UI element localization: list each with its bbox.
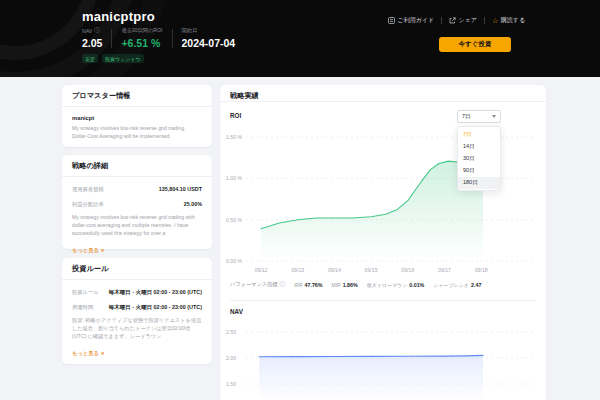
divider bbox=[484, 17, 485, 24]
range-option[interactable]: 90日 bbox=[458, 165, 500, 177]
detail-row-label: 運用資産規模 bbox=[72, 185, 104, 194]
star-icon: ☆ bbox=[492, 18, 498, 24]
share-link-label: シェア bbox=[459, 16, 477, 25]
svg-text:0.00 %: 0.00 % bbox=[226, 258, 243, 264]
svg-text:09/17: 09/17 bbox=[438, 267, 451, 273]
nav-chart: 1.502.002.50 bbox=[226, 322, 544, 400]
rule-row-redemption: 償還時間 毎木曜日・火曜日 02:00 - 23:00 (UTC) bbox=[62, 300, 212, 316]
range-menu: 7日14日30日90日180日 bbox=[457, 126, 501, 191]
chevron-down-icon bbox=[492, 115, 496, 118]
rule-row-investment: 投資ルール 毎木曜日・火曜日 02:00 - 23:00 (UTC) bbox=[62, 284, 212, 300]
subscribe-link-label: 購読する bbox=[501, 16, 525, 25]
subscribe-link[interactable]: ☆ 購読する bbox=[492, 16, 525, 25]
detail-row-aum: 運用資産規模 135,804.10 USDT bbox=[62, 181, 212, 197]
time-range-select[interactable]: 7日 bbox=[457, 110, 501, 123]
stat-roi-label: 過去30日間のROI bbox=[121, 27, 162, 34]
header-badges: 安定投資ウィンドウ bbox=[82, 54, 144, 63]
metrics-label: パフォーマンス指標 bbox=[230, 281, 277, 288]
guide-link-label: ご利用ガイド bbox=[398, 16, 435, 25]
master-description: My strategy involves low-risk reverse gr… bbox=[62, 125, 212, 141]
pro-master-card-title: プロマスター情報 bbox=[62, 85, 212, 106]
svg-text:09/14: 09/14 bbox=[328, 267, 341, 273]
invest-now-button[interactable]: 今すぐ投資 bbox=[439, 37, 511, 52]
stat-nav-value: 2.05 bbox=[82, 37, 102, 49]
stat-roi-30d: 過去30日間のROI +6.51 % bbox=[121, 27, 162, 49]
rule-row-label: 償還時間 bbox=[72, 303, 93, 312]
performance-metric: MIR1.86% bbox=[332, 282, 358, 288]
detail-row-value: 135,804.10 USDT bbox=[159, 185, 202, 194]
metric-label: 最大ドローダウン bbox=[367, 282, 408, 288]
share-link[interactable]: シェア bbox=[449, 16, 477, 25]
svg-text:2.50: 2.50 bbox=[226, 329, 236, 335]
rule-row-label: 投資ルール bbox=[72, 288, 99, 297]
performance-metric: IRR47.76% bbox=[294, 282, 323, 288]
page-title: manicptpro bbox=[82, 9, 155, 24]
nav-chart-label: NAV bbox=[230, 308, 243, 315]
metric-label: IRR bbox=[294, 282, 303, 288]
divider bbox=[220, 101, 546, 102]
investment-rules-title: 投資ルール bbox=[62, 258, 212, 279]
roi-chart-label: ROI bbox=[230, 112, 241, 119]
time-range-selected: 7日 bbox=[462, 113, 471, 120]
detail-row-label: 利益分配比率 bbox=[72, 200, 104, 209]
strategy-performance-card: 戦略実績 ROI 7日 7日14日30日90日180日 0.00 %0.50 %… bbox=[220, 85, 546, 400]
share-icon bbox=[449, 17, 456, 24]
status-badge: 安定 bbox=[82, 54, 98, 63]
page-header: manicptpro NAVⓘ 2.05 過去30日間のROI +6.51 % … bbox=[0, 0, 600, 77]
stat-date-label: 開始日 bbox=[182, 27, 198, 34]
svg-text:1.50: 1.50 bbox=[226, 381, 236, 387]
header-stats: NAVⓘ 2.05 過去30日間のROI +6.51 % 開始日 2024-07… bbox=[82, 27, 235, 49]
stat-start-date: 開始日 2024-07-04 bbox=[182, 27, 236, 49]
investment-rules-card: 投資ルール 投資ルール 毎木曜日・火曜日 02:00 - 23:00 (UTC)… bbox=[62, 258, 212, 364]
divider bbox=[230, 300, 536, 301]
metric-label: シャープレシオ bbox=[433, 282, 469, 288]
metrics-row: パフォーマンス指標ⓘ IRR47.76%MIR1.86%最大ドローダウン0.01… bbox=[230, 281, 481, 288]
svg-text:09/16: 09/16 bbox=[401, 267, 414, 273]
performance-metric: 最大ドローダウン0.01% bbox=[367, 282, 425, 288]
show-more-link[interactable]: もっと見る ∨ bbox=[62, 347, 115, 357]
range-option[interactable]: 7日 bbox=[458, 128, 500, 140]
metric-value: 0.01% bbox=[409, 282, 424, 288]
info-icon[interactable]: ⓘ bbox=[94, 27, 100, 34]
range-option[interactable]: 30日 bbox=[458, 152, 500, 164]
rule-row-value: 毎木曜日・火曜日 02:00 - 23:00 (UTC) bbox=[109, 288, 202, 297]
metric-value: 1.86% bbox=[343, 282, 358, 288]
svg-text:2.00: 2.00 bbox=[226, 355, 236, 361]
guide-icon bbox=[388, 17, 395, 24]
svg-text:09/15: 09/15 bbox=[365, 267, 378, 273]
metric-value: 47.76% bbox=[305, 282, 323, 288]
stat-nav: NAVⓘ 2.05 bbox=[82, 27, 102, 49]
svg-text:09/18: 09/18 bbox=[475, 267, 488, 273]
detail-row-value: 25.00% bbox=[184, 200, 202, 209]
status-badge: 投資ウィンドウ bbox=[102, 54, 144, 63]
strategy-details-card: 戦略の詳細 運用資産規模 135,804.10 USDT 利益分配比率 25.0… bbox=[62, 155, 212, 249]
performance-metric: シャープレシオ2.47 bbox=[433, 282, 481, 288]
strategy-performance-title: 戦略実績 bbox=[220, 85, 546, 106]
rules-description: 投資: 戦略がアクティブな状態で投資リクエストを送信した場合、割り当てられたトー… bbox=[62, 317, 212, 340]
show-more-link[interactable]: もっと見る ∨ bbox=[62, 244, 115, 254]
header-links: ご利用ガイド シェア ☆ 購読する bbox=[388, 16, 525, 25]
divider bbox=[111, 29, 112, 48]
master-name[interactable]: manicpt bbox=[62, 107, 212, 121]
metric-value: 2.47 bbox=[471, 282, 481, 288]
svg-text:09/13: 09/13 bbox=[291, 267, 304, 273]
guide-link[interactable]: ご利用ガイド bbox=[388, 16, 434, 25]
range-option[interactable]: 14日 bbox=[458, 140, 500, 152]
metric-label: MIR bbox=[332, 282, 341, 288]
stat-nav-label: NAV bbox=[82, 28, 92, 34]
svg-text:09/12: 09/12 bbox=[255, 267, 268, 273]
svg-text:1.50 %: 1.50 % bbox=[226, 134, 243, 140]
rule-row-value: 毎木曜日・火曜日 02:00 - 23:00 (UTC) bbox=[109, 303, 202, 312]
svg-text:1.00 %: 1.00 % bbox=[226, 175, 243, 181]
svg-text:0.50 %: 0.50 % bbox=[226, 217, 243, 223]
pro-master-card: プロマスター情報 manicpt My strategy involves lo… bbox=[62, 85, 212, 147]
metrics-list: IRR47.76%MIR1.86%最大ドローダウン0.01%シャープレシオ2.4… bbox=[294, 282, 481, 288]
strategy-description: My strategy involves low-risk reverse gr… bbox=[62, 214, 212, 237]
range-option[interactable]: 180日 bbox=[458, 177, 500, 189]
detail-row-profit-share: 利益分配比率 25.00% bbox=[62, 197, 212, 213]
stat-date-value: 2024-07-04 bbox=[182, 37, 236, 49]
divider bbox=[172, 29, 173, 48]
strategy-details-title: 戦略の詳細 bbox=[62, 155, 212, 176]
info-icon[interactable]: ⓘ bbox=[279, 281, 285, 288]
stat-roi-value: +6.51 % bbox=[121, 37, 162, 49]
